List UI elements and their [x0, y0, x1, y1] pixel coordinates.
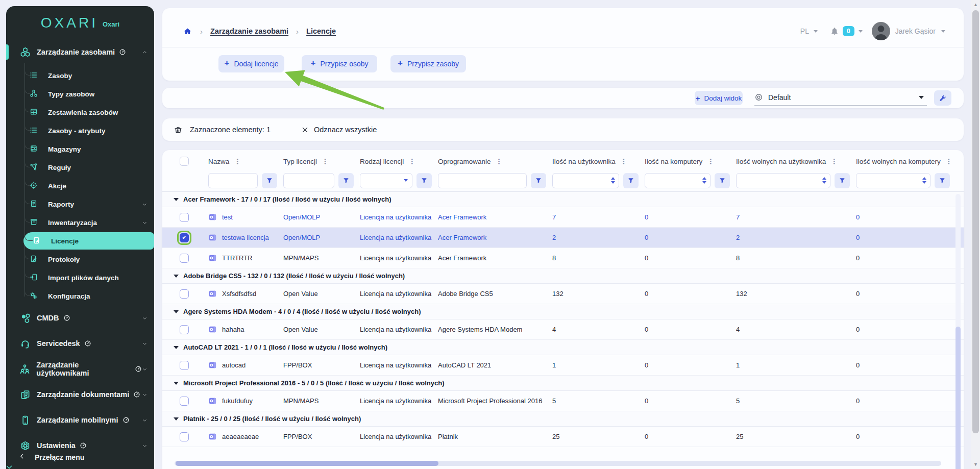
- table-row[interactable]: testOpen/MOLPLicencja na użytkownikaAcer…: [162, 207, 964, 228]
- spinner-up-icon[interactable]: [822, 177, 826, 180]
- row-checkbox[interactable]: [180, 361, 189, 370]
- filter-input-3[interactable]: [438, 173, 527, 188]
- filter-button-1[interactable]: [338, 173, 354, 188]
- row-checkbox[interactable]: [180, 289, 189, 299]
- collapse-group-icon[interactable]: [174, 275, 179, 278]
- avatar[interactable]: [872, 22, 890, 40]
- filter-input-4[interactable]: [552, 173, 619, 188]
- license-name-link[interactable]: Xsfsdfsdfsd: [222, 290, 256, 298]
- collapse-group-icon[interactable]: [174, 382, 179, 385]
- scroll-down-arrow-icon[interactable]: ▼: [971, 462, 980, 467]
- row-checkbox[interactable]: [180, 254, 189, 263]
- row-checkbox[interactable]: [180, 432, 189, 441]
- column-menu-icon[interactable]: ⋮: [495, 157, 504, 165]
- view-settings-button[interactable]: [934, 90, 951, 106]
- filter-input-2[interactable]: [360, 173, 412, 188]
- x-mark-icon[interactable]: [301, 126, 309, 134]
- software-cell[interactable]: Acer Framework: [438, 213, 552, 221]
- sidebar-item-zarzadzanie-zasobami[interactable]: Zarządzanie zasobami: [6, 41, 154, 63]
- sidebar-item-protokoly[interactable]: Protokoły: [6, 250, 154, 268]
- breadcrumb-link-zarzadzanie-zasobami[interactable]: Zarządzanie zasobami: [210, 27, 288, 35]
- breadcrumb-link-licencje[interactable]: Licencje: [306, 27, 336, 35]
- bell-icon[interactable]: [830, 27, 839, 36]
- select-all-checkbox[interactable]: [180, 157, 189, 166]
- filter-button-4[interactable]: [623, 173, 639, 188]
- sidebar-item-reguly[interactable]: Reguły: [6, 158, 154, 177]
- license-name-link[interactable]: autocad: [222, 361, 246, 369]
- table-row[interactable]: XsfsdfsdfsdOpen ValueLicencja na użytkow…: [162, 284, 964, 304]
- number-spinner[interactable]: [611, 177, 619, 184]
- filter-button-5[interactable]: [715, 173, 730, 188]
- table-row[interactable]: hahahaOpen ValueLicencja na użytkownikaA…: [162, 319, 964, 340]
- sidebar-item-konfiguracja[interactable]: Konfiguracja: [6, 287, 154, 305]
- collapse-group-icon[interactable]: [174, 198, 179, 201]
- language-selector[interactable]: PL: [800, 27, 809, 35]
- sidebar-item-raporty[interactable]: Raporty: [6, 195, 154, 213]
- license-type-cell[interactable]: Open/MOLP: [283, 234, 360, 241]
- collapse-group-icon[interactable]: [174, 310, 179, 313]
- column-menu-icon[interactable]: ⋮: [829, 157, 839, 165]
- horizontal-scrollbar-thumb[interactable]: [176, 461, 438, 466]
- filter-button-3[interactable]: [531, 173, 546, 188]
- user-menu-caret-icon[interactable]: [941, 30, 945, 33]
- column-menu-icon[interactable]: ⋮: [944, 157, 953, 165]
- table-row[interactable]: aeaeaeaeaeFPP/BOXLicencja na użytkownika…: [162, 427, 964, 447]
- license-type-cell[interactable]: Open/MOLP: [283, 213, 360, 221]
- column-menu-icon[interactable]: ⋮: [619, 157, 628, 165]
- filter-input-5[interactable]: [645, 173, 710, 188]
- row-checkbox[interactable]: ✔: [180, 233, 189, 242]
- column-menu-icon[interactable]: ⋮: [321, 157, 330, 165]
- spinner-up-icon[interactable]: [922, 177, 926, 180]
- filter-input-1[interactable]: [283, 173, 334, 188]
- column-menu-icon[interactable]: ⋮: [407, 157, 416, 165]
- spinner-down-icon[interactable]: [822, 181, 826, 184]
- spinner-up-icon[interactable]: [702, 177, 706, 180]
- collapse-group-icon[interactable]: [174, 417, 179, 421]
- deselect-all-button[interactable]: Odznacz wszystkie: [314, 126, 377, 134]
- sidebar-item-zasoby-atrybuty[interactable]: Zasoby - atrybuty: [6, 121, 154, 140]
- sidebar-scroll-hint-icon[interactable]: [6, 462, 14, 469]
- filter-button-7[interactable]: [935, 173, 950, 188]
- license-name-link[interactable]: test: [222, 213, 233, 221]
- page-scrollbar-thumb[interactable]: [972, 10, 979, 433]
- software-cell[interactable]: Acer Framework: [438, 234, 552, 241]
- license-name-link[interactable]: aeaeaeaeae: [222, 433, 259, 440]
- row-checkbox[interactable]: [180, 397, 189, 406]
- sidebar-item-licencje[interactable]: Licencje: [6, 232, 154, 250]
- license-name-link[interactable]: TTRTRTR: [222, 254, 252, 262]
- spinner-down-icon[interactable]: [611, 181, 615, 184]
- horizontal-scrollbar[interactable]: [175, 461, 941, 466]
- language-caret-icon[interactable]: [814, 30, 818, 33]
- license-kind-cell[interactable]: Licencja na użytkownika: [360, 234, 438, 241]
- add-license-button[interactable]: + Dodaj licencje: [218, 55, 284, 72]
- sidebar-item-akcje[interactable]: Akcje: [6, 177, 154, 195]
- license-name-link[interactable]: testowa licencja: [222, 234, 269, 241]
- table-row[interactable]: autocadFPP/BOXLicencja na użytkownikaAut…: [162, 355, 964, 376]
- number-spinner[interactable]: [922, 177, 930, 184]
- sidebar-item-servicedesk[interactable]: Servicedesk: [6, 331, 154, 356]
- row-checkbox[interactable]: [180, 325, 189, 334]
- license-name-link[interactable]: fukufdufuy: [222, 397, 253, 405]
- table-vertical-scrollbar[interactable]: [955, 194, 961, 458]
- filter-dropdown-caret-icon[interactable]: [404, 179, 408, 182]
- sidebar-item-inwentaryzacja[interactable]: Inwentaryzacja: [6, 213, 154, 232]
- spinner-up-icon[interactable]: [611, 177, 615, 180]
- table-row[interactable]: TTRTRTRMPN/MAPSLicencja na użytkownikaAc…: [162, 248, 964, 268]
- user-name[interactable]: Jarek Gąsior: [895, 27, 936, 35]
- number-spinner[interactable]: [822, 177, 830, 184]
- sidebar-item-zestawienia-zasobow[interactable]: Zestawienia zasobów: [6, 103, 154, 121]
- sidebar-item-zarzadzanie-mobilnymi[interactable]: Zarządzanie mobilnymi: [6, 407, 154, 433]
- assign-assets-button[interactable]: + Przypisz zasoby: [390, 55, 466, 72]
- collapse-group-icon[interactable]: [174, 346, 179, 349]
- license-name-link[interactable]: hahaha: [222, 326, 244, 333]
- row-checkbox[interactable]: [180, 213, 189, 222]
- filter-input-7[interactable]: [856, 173, 930, 188]
- filter-button-6[interactable]: [835, 173, 850, 188]
- scroll-up-arrow-icon[interactable]: ▲: [971, 2, 980, 7]
- sidebar-item-zasoby[interactable]: Zasoby: [6, 66, 154, 85]
- filter-button-0[interactable]: [262, 173, 277, 188]
- column-menu-icon[interactable]: ⋮: [706, 157, 715, 165]
- notification-caret-icon[interactable]: [859, 30, 863, 33]
- page-scrollbar[interactable]: ▲ ▼: [971, 0, 980, 469]
- sidebar-item-zarzadzanie-dokumentami[interactable]: Zarządzanie dokumentami: [6, 382, 154, 407]
